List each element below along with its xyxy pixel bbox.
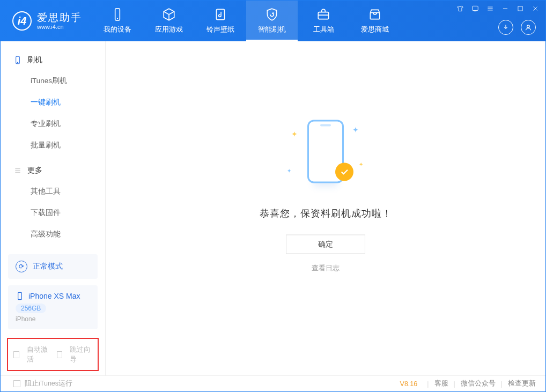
tab-my-device[interactable]: 我的设备 (92, 1, 143, 41)
success-message: 恭喜您，保资料刷机成功啦！ (106, 206, 545, 219)
customer-service-link[interactable]: 客服 (434, 379, 448, 388)
svg-rect-2 (216, 9, 224, 20)
download-icon[interactable] (498, 20, 513, 35)
minimize-icon[interactable] (500, 4, 510, 13)
window-controls (455, 4, 540, 13)
device-capacity: 256GB (16, 304, 46, 313)
tab-ringtones[interactable]: 铃声壁纸 (195, 1, 246, 41)
sidebar-item-itunes-flash[interactable]: iTunes刷机 (1, 70, 105, 92)
app-domain: www.i4.cn (37, 24, 82, 31)
app-logo: i4 爱思助手 www.i4.cn (1, 11, 92, 31)
sidebar-group-flash: 刷机 (1, 50, 105, 70)
music-file-icon (213, 8, 227, 21)
tab-label: 应用游戏 (155, 25, 183, 34)
tab-label: 工具箱 (313, 25, 334, 34)
store-icon (368, 8, 382, 21)
sidebar-item-other-tools[interactable]: 其他工具 (1, 181, 105, 202)
tab-smart-flash[interactable]: 智能刷机 (246, 1, 298, 41)
app-header: i4 爱思助手 www.i4.cn 我的设备 应用游戏 铃声壁纸 智能刷机 工具… (1, 1, 545, 41)
phone-icon (13, 56, 22, 64)
menu-icon[interactable] (485, 4, 495, 13)
flash-options-row: 自动激活 跳过向导 (7, 338, 99, 371)
maximize-icon[interactable] (515, 4, 525, 13)
block-itunes-label: 阻止iTunes运行 (25, 379, 72, 388)
checkmark-badge-icon (335, 162, 353, 181)
tab-label: 爱思商城 (361, 25, 389, 34)
svg-point-9 (17, 62, 18, 63)
device-type: iPhone (16, 315, 90, 323)
header-actions (498, 20, 536, 35)
svg-rect-10 (18, 292, 22, 299)
mode-icon: ⟳ (16, 261, 27, 272)
version-label: V8.16 (400, 380, 418, 388)
sidebar-item-batch-flash[interactable]: 批量刷机 (1, 135, 105, 156)
sidebar-item-pro-flash[interactable]: 专业刷机 (1, 113, 105, 135)
device-info-box[interactable]: iPhone XS Max 256GB iPhone (8, 285, 98, 329)
view-log-link[interactable]: 查看日志 (312, 263, 340, 271)
sidebar-group-more: 更多 (1, 160, 105, 181)
wechat-link[interactable]: 微信公众号 (461, 379, 496, 388)
cube-icon (162, 8, 176, 21)
svg-rect-6 (518, 6, 522, 11)
user-icon[interactable] (521, 20, 536, 35)
svg-rect-3 (318, 12, 329, 19)
ok-button[interactable]: 确定 (286, 234, 365, 254)
svg-point-7 (527, 25, 530, 28)
tab-label: 我的设备 (104, 25, 131, 34)
checkbox-auto-activate[interactable] (13, 351, 19, 358)
device-mode-box[interactable]: ⟳ 正常模式 (8, 254, 98, 279)
sidebar-item-download-firmware[interactable]: 下载固件 (1, 202, 105, 224)
phone-icon (16, 292, 24, 300)
logo-icon: i4 (12, 11, 32, 31)
status-bar: 阻止iTunes运行 V8.16 | 客服 | 微信公众号 | 检查更新 (1, 375, 545, 391)
checkbox-skip-guide[interactable] (57, 351, 63, 358)
device-icon (110, 8, 124, 21)
checkbox-block-itunes[interactable] (13, 380, 20, 387)
main-tabs: 我的设备 应用游戏 铃声壁纸 智能刷机 工具箱 爱思商城 (92, 1, 401, 41)
feedback-icon[interactable] (470, 4, 480, 13)
mode-label: 正常模式 (33, 262, 63, 271)
tab-toolbox[interactable]: 工具箱 (298, 1, 349, 41)
sidebar: 刷机 iTunes刷机 一键刷机 专业刷机 批量刷机 更多 其他工具 下载固件 … (1, 41, 106, 375)
toolbox-icon (316, 8, 330, 21)
device-name: iPhone XS Max (28, 292, 80, 300)
close-icon[interactable] (530, 4, 540, 13)
app-name: 爱思助手 (37, 12, 82, 24)
list-icon (13, 166, 22, 175)
tab-apps-games[interactable]: 应用游戏 (143, 1, 195, 41)
tshirt-icon[interactable] (455, 4, 465, 13)
skip-guide-label: 跳过向导 (70, 345, 92, 364)
check-update-link[interactable]: 检查更新 (508, 379, 536, 388)
auto-activate-label: 自动激活 (27, 345, 49, 364)
sidebar-item-oneclick-flash[interactable]: 一键刷机 (1, 92, 105, 113)
tab-store[interactable]: 爱思商城 (349, 1, 401, 41)
tab-label: 铃声壁纸 (206, 25, 234, 34)
sidebar-item-advanced[interactable]: 高级功能 (1, 224, 105, 245)
shield-refresh-icon (265, 8, 279, 21)
svg-point-1 (117, 18, 118, 19)
tab-label: 智能刷机 (258, 25, 286, 34)
svg-rect-4 (370, 13, 379, 19)
svg-rect-5 (473, 6, 478, 10)
main-panel: ✦✦✦✦ 恭喜您，保资料刷机成功啦！ 确定 查看日志 (106, 41, 545, 375)
success-illustration: ✦✦✦✦ (277, 117, 374, 193)
group-label: 刷机 (27, 55, 42, 65)
group-label: 更多 (27, 166, 42, 175)
